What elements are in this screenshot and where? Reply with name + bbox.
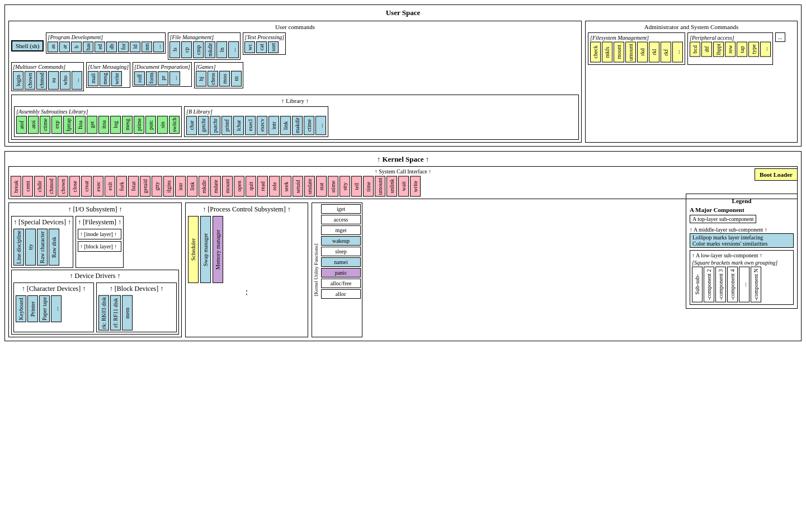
cell-atof: atof — [16, 116, 27, 134]
kernel-space-title: ↑ Kernel Space ↑ — [8, 155, 798, 164]
char-devices-title: ↑ [Character Devices] ↑ — [16, 285, 92, 293]
cell-rf11: rf: RF11 disk — [110, 295, 121, 331]
cell-tty: tty — [25, 229, 36, 266]
ku-access: access — [321, 215, 361, 224]
cell-rew: rew — [725, 42, 736, 57]
sc-close: close — [69, 176, 80, 197]
legend-comp3: -component 3 — [715, 267, 726, 303]
block-devices-box: ↑ [Block Devices] ↑ rk: RK03 disk rf: RF… — [96, 283, 177, 333]
cell-multi-ellipsis: ... — [72, 71, 82, 90]
cell-wc: wc — [244, 41, 255, 53]
cell-roff: roff — [134, 71, 145, 85]
sc-fstat: fstat — [128, 176, 139, 197]
doc-prep-cells: roff form pr ... — [134, 71, 190, 85]
assembly-lib-label: [Assembly Subroutines Library] — [16, 109, 180, 115]
peripheral-access-group: [Peripheral access] bcd dtf lbppt rew ta… — [687, 32, 773, 65]
cell-login: login — [13, 71, 23, 90]
sc-mount: mount — [222, 176, 233, 197]
ku-alloc: alloc — [321, 289, 361, 299]
cell-ctime: ctime — [40, 116, 50, 134]
admin-commands-title: Administrator and System Commands — [588, 23, 795, 30]
cell-progdev-ellipsis: ... — [153, 41, 164, 52]
cell-mkfs: mkfs — [602, 42, 612, 63]
sc-gtty: gtty — [152, 176, 162, 197]
syscall-title: ↑ System Call Interface ↑ — [11, 168, 795, 175]
ku-panic: panic — [321, 268, 361, 277]
cell-b: b — [71, 41, 82, 52]
user-space-inner: User commands Shell (sh) [Program Develo… — [8, 21, 798, 143]
program-dev-cells: as ar b bas ed db for ld nm ... — [48, 41, 164, 52]
user-commands-title: User commands — [11, 23, 579, 30]
text-proc-cells: wc cat sort — [244, 41, 284, 53]
legend-sub-sub: Sub-sub- — [692, 267, 703, 303]
cell-raw-disk: Raw disk — [49, 229, 59, 266]
cell-umount: umount — [625, 42, 636, 63]
cell-fptrap: fptrap — [63, 116, 74, 134]
library-title: ↑ Library ↑ — [14, 97, 576, 104]
multiuser-label: [Multiuser Commands] — [13, 64, 82, 70]
cell-ed: ed — [95, 41, 105, 52]
device-drivers-title: ↑ Device Drivers ↑ — [13, 272, 177, 280]
sc-stat: stat — [316, 176, 327, 197]
doc-prep-group: [Document Preparation] roff form pr ... — [133, 62, 192, 87]
memory-manager-cell: Memory manager — [213, 216, 223, 283]
cell-fs-ellipsis: ... — [672, 42, 683, 63]
games-label: [Games] — [196, 64, 242, 70]
sc-quit: quit — [246, 176, 256, 197]
cell-link: link — [280, 116, 291, 135]
cell-mem: mem — [122, 295, 133, 331]
process-control-box: ↑ [Process Control Subsystem] ↑ Schedule… — [185, 203, 308, 337]
sc-chmod: chmod — [46, 176, 56, 197]
cell-mail: mail — [88, 71, 98, 86]
sc-stime: stime — [328, 176, 338, 197]
cell-ld: ld — [130, 41, 140, 52]
special-devices-box: ↑ [Special Devices] ↑ Line discipline tt… — [11, 216, 73, 268]
cell-cmp: cmp — [193, 41, 204, 58]
sc-mkdir: mkdir — [199, 176, 209, 197]
kernel-utils-side-label: [Kernel Utility Functions] — [312, 203, 320, 337]
cell-char: char — [186, 116, 197, 135]
block-devices-title: ↑ [Block Devices] ↑ — [98, 285, 175, 293]
admin-commands-box: Administrator and System Commands [Files… — [585, 21, 798, 143]
library-outer: ↑ Library ↑ [Assembly Subroutines Librar… — [11, 95, 579, 140]
sc-smdate: smdate — [304, 176, 315, 197]
sc-wait: wait — [398, 176, 409, 197]
cell-for: for — [118, 41, 129, 52]
cell-chess: chess — [208, 71, 218, 87]
admin-ellipsis-box: ... — [775, 32, 785, 42]
sc-ilgins: ilgins — [163, 176, 174, 197]
cell-mkdir: mkdir — [205, 41, 215, 58]
sc-time: time — [363, 176, 374, 197]
special-devices-cells: Line discipline tty Raw character Raw di… — [13, 229, 71, 266]
cell-chown: chown — [25, 71, 35, 90]
admin-inner: [Filesystem Management] check mkfs mount… — [588, 32, 795, 65]
cell-itoa: itoa — [98, 116, 109, 134]
multiuser-cells: login chown chmod su who ... — [13, 71, 82, 90]
sc-write: write — [410, 176, 421, 197]
device-drivers-box: ↑ Device Drivers ↑ ↑ [Character Devices]… — [11, 270, 179, 335]
ku-alloc-free: alloc/free — [321, 279, 361, 288]
sc-break: break — [11, 176, 21, 197]
ku-namei: namei — [321, 257, 361, 267]
syscall-cells: break cemt chdir chmod chown close creat… — [11, 176, 795, 197]
cell-rkl: rkl — [649, 42, 659, 63]
cell-lbppt: lbppt — [713, 42, 724, 57]
assembly-lib-box: [Assembly Subroutines Library] atof atoi… — [14, 106, 182, 137]
sc-seek: seek — [281, 176, 291, 197]
device-drivers-inner: ↑ [Character Devices] ↑ Keyboard Printer… — [13, 283, 177, 333]
user-cmds-row2: [Multiuser Commands] login chown chmod s… — [11, 62, 579, 91]
file-mgmt-group: [File Management] ls cp cmp mkdir ln ... — [168, 32, 241, 60]
cell-get: get — [87, 116, 97, 134]
kernel-utils-outer: [Kernel Utility Functions] iget access m… — [312, 203, 362, 337]
cell-doc-ellipsis: ... — [169, 71, 180, 85]
legend-lollipop-note: Lollipop marks layer intefacing Color ma… — [690, 233, 794, 248]
user-space-section: User Space User commands Shell (sh) [Pro… — [4, 4, 802, 147]
ku-iget: iget — [321, 204, 361, 214]
cell-filemgmt-ellipsis: ... — [228, 41, 239, 58]
cell-execl: execl — [245, 116, 256, 135]
cell-getchr: getchr — [198, 116, 209, 135]
scheduler-cell: Scheduler — [188, 216, 199, 283]
legend-square-brackets: [Square brackets mark own grouping] — [692, 260, 791, 266]
swap-manager-cell: Swap manager — [200, 216, 211, 283]
cell-moo: moo — [219, 71, 230, 87]
